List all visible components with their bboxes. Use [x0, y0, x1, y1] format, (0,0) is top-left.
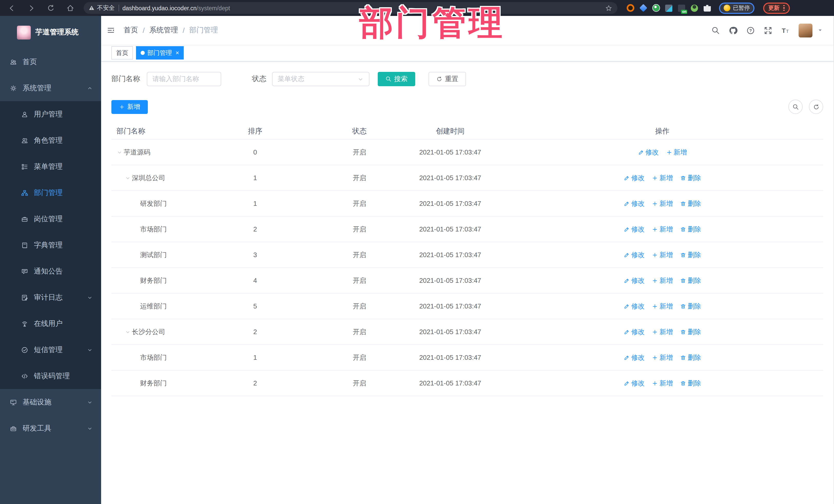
tab-1[interactable]: 部门管理× [136, 46, 184, 60]
hamburger-icon[interactable] [101, 16, 120, 45]
action-edit-link[interactable]: 修改 [623, 302, 644, 311]
action-plus-link[interactable]: 新增 [652, 302, 673, 311]
browser-back-icon[interactable] [6, 2, 18, 14]
sort-cell: 2 [191, 225, 320, 233]
bookmark-star-icon[interactable] [605, 4, 612, 12]
toggle-search-button[interactable] [788, 100, 803, 114]
search-button[interactable]: 搜索 [378, 72, 415, 86]
table-toolbar: 新增 [111, 100, 823, 114]
browser-reload-icon[interactable] [45, 2, 57, 14]
url-text[interactable]: dashboard.yudao.iocoder.cn/system/dept [123, 5, 230, 11]
sidebar-item-6[interactable]: 岗位管理 [0, 206, 101, 232]
action-label: 修改 [631, 353, 644, 362]
sidebar-item-13[interactable]: 基础设施 [0, 389, 101, 415]
font-size-icon[interactable]: TT [781, 26, 790, 35]
green-circle-extension-icon[interactable] [652, 4, 660, 12]
action-edit-link[interactable]: 修改 [623, 173, 644, 182]
tab-0[interactable]: 首页 [111, 46, 133, 60]
caret-down-icon[interactable] [817, 28, 823, 33]
dept-name-cell: 财务部门 [111, 378, 191, 388]
action-trash-link[interactable]: 删除 [680, 276, 701, 285]
dept-name-input[interactable]: 请输入部门名称 [147, 72, 221, 86]
browser-forward-icon[interactable] [26, 2, 37, 14]
search-icon[interactable] [711, 26, 720, 35]
action-plus-link[interactable]: 新增 [652, 276, 673, 285]
paused-extension-badge[interactable]: 已暂停 [719, 2, 754, 14]
action-trash-link[interactable]: 删除 [680, 250, 701, 259]
add-button[interactable]: 新增 [111, 100, 148, 114]
action-plus-link[interactable]: 新增 [652, 378, 673, 388]
sidebar-item-5[interactable]: 部门管理 [0, 180, 101, 206]
action-plus-link[interactable]: 新增 [652, 353, 673, 362]
proxy-on-extension-icon[interactable]: on [678, 4, 686, 12]
expand-caret-icon[interactable] [116, 149, 124, 155]
action-plus-link[interactable]: 新增 [666, 148, 687, 157]
expand-caret-icon[interactable] [125, 329, 132, 335]
orange-ring-extension-icon[interactable] [626, 4, 634, 12]
action-edit-link[interactable]: 修改 [638, 148, 659, 157]
sidebar-item-7[interactable]: 字典管理 [0, 232, 101, 258]
trash-icon [680, 354, 686, 360]
sidebar-item-4[interactable]: 菜单管理 [0, 153, 101, 180]
sidebar-item-1[interactable]: 系统管理 [0, 75, 101, 101]
action-edit-link[interactable]: 修改 [623, 250, 644, 259]
tiles-extension-icon[interactable] [665, 4, 673, 12]
blue-gem-extension-icon[interactable] [639, 4, 647, 12]
sidebar-item-3[interactable]: 角色管理 [0, 127, 101, 153]
sidebar-item-14[interactable]: 研发工具 [0, 415, 101, 441]
trash-icon [680, 380, 686, 386]
action-edit-link[interactable]: 修改 [623, 199, 644, 208]
help-icon[interactable]: ? [746, 26, 755, 35]
action-plus-link[interactable]: 新增 [652, 224, 673, 234]
action-trash-link[interactable]: 删除 [680, 302, 701, 311]
sidebar-logo[interactable]: 芋道管理系统 [0, 16, 101, 49]
breadcrumb-item-0[interactable]: 首页 [124, 26, 138, 35]
content-area: 首页/系统管理/部门管理 ?TT 首页部门管理× 部门名称 请输入部门名称 状态… [101, 16, 834, 504]
action-trash-link[interactable]: 删除 [680, 327, 701, 336]
action-trash-link[interactable]: 删除 [680, 378, 701, 388]
sort-cell: 5 [191, 302, 320, 310]
browser-update-button[interactable]: 更新 [763, 2, 790, 14]
expand-caret-icon[interactable] [125, 175, 132, 181]
action-plus-link[interactable]: 新增 [652, 327, 673, 336]
action-edit-link[interactable]: 修改 [623, 327, 644, 336]
sidebar-item-11[interactable]: 短信管理 [0, 337, 101, 363]
action-plus-link[interactable]: 新增 [652, 199, 673, 208]
action-plus-link[interactable]: 新增 [652, 173, 673, 182]
action-edit-link[interactable]: 修改 [623, 353, 644, 362]
action-label: 删除 [688, 302, 701, 311]
browser-home-icon[interactable] [65, 2, 76, 14]
security-warning[interactable]: 不安全 [89, 4, 115, 12]
plus-icon [119, 104, 125, 110]
sidebar-item-0[interactable]: 首页 [0, 49, 101, 75]
action-edit-link[interactable]: 修改 [623, 276, 644, 285]
sidebar-item-12[interactable]: 错误码管理 [0, 363, 101, 389]
action-trash-link[interactable]: 删除 [680, 173, 701, 182]
refresh-table-button[interactable] [809, 100, 823, 114]
action-label: 新增 [659, 353, 673, 362]
action-trash-link[interactable]: 删除 [680, 224, 701, 234]
action-edit-link[interactable]: 修改 [623, 224, 644, 234]
github-icon[interactable] [729, 26, 738, 35]
sidebar-item-8[interactable]: 通知公告 [0, 258, 101, 284]
status-select[interactable]: 菜单状态 [272, 72, 370, 86]
green-person-extension-icon[interactable] [690, 4, 699, 12]
address-bar[interactable]: 不安全 dashboard.yudao.iocoder.cn/system/de… [84, 2, 617, 14]
sidebar-item-label: 系统管理 [23, 83, 51, 93]
action-edit-link[interactable]: 修改 [623, 378, 644, 388]
page-body: 部门名称 请输入部门名称 状态 菜单状态 搜索 重置 [101, 62, 833, 504]
action-trash-link[interactable]: 删除 [680, 353, 701, 362]
user-avatar[interactable] [798, 23, 812, 37]
sidebar-item-9[interactable]: 审计日志 [0, 284, 101, 310]
sidebar-item-10[interactable]: 在线用户 [0, 310, 101, 337]
actions-cell: 修改新增删除 [501, 302, 823, 311]
sidebar-item-2[interactable]: 用户管理 [0, 101, 101, 127]
breadcrumb-item-1[interactable]: 系统管理 [149, 26, 178, 35]
action-plus-link[interactable]: 新增 [652, 250, 673, 259]
close-tab-icon[interactable]: × [176, 50, 179, 56]
puzzle-extension-icon[interactable] [703, 4, 711, 12]
action-trash-link[interactable]: 删除 [680, 199, 701, 208]
reset-button[interactable]: 重置 [429, 72, 466, 86]
fullscreen-icon[interactable] [764, 26, 772, 35]
browser-menu-icon[interactable] [783, 5, 785, 11]
